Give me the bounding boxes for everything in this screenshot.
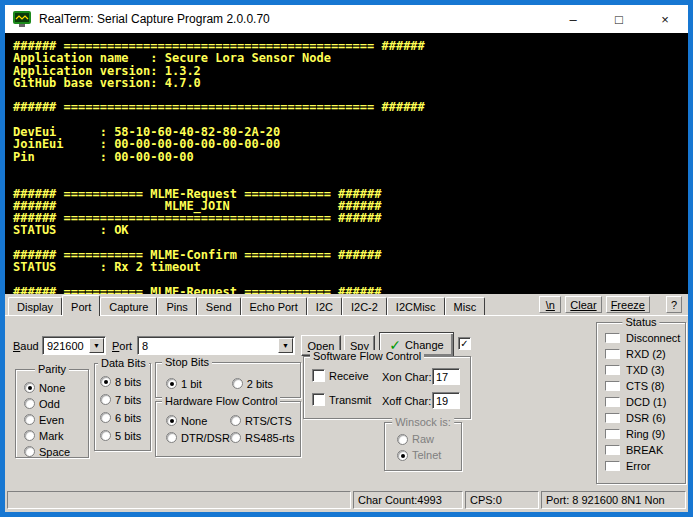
xon-char-input[interactable] (432, 368, 460, 385)
parity-radio-option[interactable]: Space (24, 444, 86, 459)
tab-label: I2C-2 (351, 301, 378, 313)
tab[interactable]: Send (197, 297, 241, 315)
radio-label: 1 bit (181, 378, 202, 390)
port-tab-panel: Baud 921600 ▼ Port 8 ▼ Open Spy ✓ Change… (5, 315, 688, 488)
radio-icon (230, 415, 241, 426)
terminal-line: ###### =========== MLME-Request ========… (13, 285, 688, 294)
hardware-flow-radio-option[interactable]: None (166, 413, 230, 428)
clear-button[interactable]: Clear (565, 296, 601, 313)
status-label: Ring (9) (626, 428, 665, 440)
stop-bits-group-title: Stop Bits (162, 356, 212, 368)
tab[interactable]: Capture (100, 297, 157, 315)
terminal-line: ###### =========== MLME-Confirm ========… (13, 248, 688, 260)
radio-label: DTR/DSR (181, 432, 230, 444)
radio-icon (166, 432, 177, 443)
data-bits-radio-option[interactable]: 6 bits (100, 410, 148, 425)
status-led-icon (605, 429, 620, 439)
radio-label: RTS/CTS (245, 415, 292, 427)
status-led-icon (605, 349, 620, 359)
tab[interactable]: I2C-2 (342, 297, 387, 315)
terminal-line (13, 174, 688, 186)
parity-radio-option[interactable]: Even (24, 412, 86, 427)
terminal-line: JoinEui : 00-00-00-00-00-00-00-00 (13, 137, 688, 149)
change-button-label: Change (405, 339, 444, 351)
baud-dropdown-arrow-icon[interactable]: ▼ (89, 338, 104, 353)
parity-radio-option[interactable]: None (24, 380, 86, 395)
winsock-radio-option[interactable]: Raw (397, 432, 459, 446)
radio-icon (100, 376, 111, 387)
data-bits-radio-option[interactable]: 7 bits (100, 392, 148, 407)
terminal-line: DevEui : 58-10-60-40-82-80-2A-20 (13, 125, 688, 137)
transmit-checkbox[interactable] (312, 393, 325, 406)
tab-label: Port (71, 301, 91, 313)
status-item: Ring (9) (605, 428, 680, 439)
radio-icon (230, 432, 241, 443)
radio-icon (24, 414, 35, 425)
tab[interactable]: I2C (307, 297, 342, 315)
close-button[interactable]: × (642, 5, 688, 33)
xoff-char-label: Xoff Char: (382, 395, 431, 407)
data-bits-group: Data Bits 8 bits 7 bits 6 bits (94, 363, 151, 451)
parity-radio-option[interactable]: Odd (24, 396, 86, 411)
change-checkbox[interactable]: ✓ (458, 337, 471, 350)
newline-button[interactable]: \n (539, 296, 561, 313)
port-label: Port (112, 340, 132, 352)
baud-combobox[interactable]: 921600 ▼ (42, 336, 106, 355)
radio-icon (24, 382, 35, 393)
tab[interactable]: Misc (445, 297, 486, 315)
tab-label: Send (206, 301, 232, 313)
status-led-icon (605, 333, 620, 343)
maximize-button[interactable]: □ (596, 5, 642, 33)
receive-checkbox[interactable] (312, 369, 325, 382)
tab[interactable]: Port (62, 295, 100, 316)
checkmark-icon: ✓ (460, 339, 468, 349)
stop-bits-radio-option[interactable]: 2 bits (232, 376, 273, 391)
tab[interactable]: Display (8, 297, 62, 315)
tab-label: Misc (454, 301, 477, 313)
winsock-group-title: Winsock is: (392, 416, 454, 428)
hardware-flow-radio-option[interactable]: DTR/DSR (166, 430, 230, 445)
radio-label: 6 bits (115, 412, 141, 424)
status-label: Error (626, 460, 650, 472)
help-button[interactable]: ? (666, 296, 682, 313)
terminal-output[interactable]: ###### =================================… (5, 33, 688, 294)
port-combobox[interactable]: 8 ▼ (137, 336, 295, 355)
data-bits-radio-option[interactable]: 8 bits (100, 374, 148, 389)
baud-label: Baud (13, 340, 39, 352)
terminal-line (13, 88, 688, 100)
radio-label: None (181, 415, 207, 427)
status-bar-spacer (7, 491, 351, 509)
status-led-icon (605, 381, 620, 391)
terminal-line: Application version: 1.3.2 (13, 64, 688, 76)
hardware-flow-radio-option[interactable]: RTS/CTS (230, 413, 295, 428)
xoff-char-input[interactable] (432, 392, 460, 409)
tab-label: I2CMisc (396, 301, 436, 313)
tab-bar: DisplayPortCapturePinsSendEcho PortI2CI2… (5, 294, 688, 315)
data-bits-radio-option[interactable]: 5 bits (100, 428, 148, 443)
stop-bits-group: Stop Bits 1 bit 2 bits (155, 362, 301, 398)
status-group-title: Status (622, 316, 659, 328)
status-item: DCD (1) (605, 396, 680, 407)
radio-icon (232, 378, 243, 389)
tab[interactable]: Echo Port (241, 297, 307, 315)
status-led-icon (605, 461, 620, 471)
radio-icon (100, 394, 111, 405)
radio-label: 8 bits (115, 376, 141, 388)
tab[interactable]: I2CMisc (387, 297, 445, 315)
winsock-radio-option[interactable]: Telnet (397, 448, 459, 462)
minimize-button[interactable]: – (550, 5, 596, 33)
parity-radio-option[interactable]: Mark (24, 428, 86, 443)
tab-label: Echo Port (250, 301, 298, 313)
terminal-line: ###### MLME_JOIN ###### (13, 199, 688, 211)
software-flow-group-title: Software Flow Control (310, 350, 424, 362)
status-led-icon (605, 445, 620, 455)
status-label: RXD (2) (626, 348, 666, 360)
radio-label: RS485-rts (245, 432, 295, 444)
port-dropdown-arrow-icon[interactable]: ▼ (278, 338, 293, 353)
stop-bits-radio-option[interactable]: 1 bit (166, 376, 202, 391)
radio-label: 7 bits (115, 394, 141, 406)
freeze-button[interactable]: Freeze (606, 296, 650, 313)
status-item: RXD (2) (605, 348, 680, 359)
hardware-flow-radio-option[interactable]: RS485-rts (230, 430, 295, 445)
tab[interactable]: Pins (157, 297, 196, 315)
